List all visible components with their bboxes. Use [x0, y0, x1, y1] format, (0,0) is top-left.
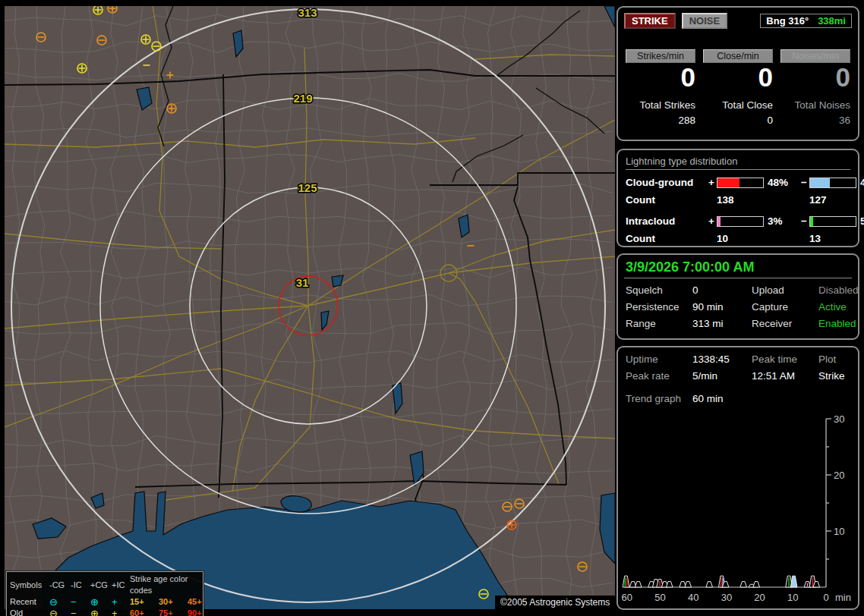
svg-text:20: 20 [754, 592, 765, 603]
cg-plus-old-icon: ⊕ [90, 608, 112, 616]
cg-positive-pct: 48% [764, 177, 797, 188]
app-window: { "toolbar": { "strike_label": "STRIKE",… [0, 0, 864, 616]
plot-value: Strike [818, 370, 850, 382]
ic-minus-recent-icon: − [71, 596, 90, 608]
legend-col-ic-pos: +IC [112, 580, 130, 591]
cg-positive-bar [717, 178, 764, 188]
svg-text:219: 219 [293, 92, 312, 105]
upload-value: Disabled [818, 284, 859, 296]
strikes-counter: Strikes/min 0 Total Strikes 288 [626, 49, 695, 126]
divider [624, 278, 852, 278]
trend-series [623, 576, 819, 587]
noises-per-min-button[interactable]: Noises/min [780, 49, 850, 63]
trend-tick-labels: 3020106050403020100min [622, 413, 851, 603]
age-badge: 60+ [130, 608, 159, 616]
count-label: Count [626, 233, 705, 244]
ic-plus-old-icon: + [112, 608, 130, 616]
peak-time-value: 12:51 AM [752, 370, 818, 382]
svg-text:125: 125 [298, 181, 317, 194]
total-noises-label: Total Noises [794, 99, 850, 111]
ic-positive-pct: 3% [764, 215, 797, 227]
map-legend: Symbols -CG -IC +CG +IC Strike age color… [6, 571, 203, 616]
legend-col-cg-pos: +CG [90, 580, 112, 591]
cg-minus-recent-icon: ⊖ [49, 596, 71, 608]
distribution-title: Lightning type distribution [626, 156, 850, 170]
intracloud-count-row: Count 10 13 [626, 233, 850, 244]
svg-text:40: 40 [688, 592, 698, 603]
plot-label: Plot [818, 354, 850, 365]
map-canvas[interactable]: 313 219 125 31 ©2005 Astrogenic Systems [5, 6, 615, 609]
total-close-label: Total Close [722, 99, 773, 111]
intracloud-row: Intracloud + 3% − 5% [626, 215, 850, 227]
legend-age-header: Strike age color codes [130, 574, 212, 596]
ic-plus-recent-icon: + [112, 596, 130, 608]
svg-text:10: 10 [834, 526, 844, 537]
svg-text:31: 31 [296, 276, 309, 289]
cg-negative-count: 127 [809, 194, 856, 206]
ic-minus-old-icon: − [71, 608, 90, 616]
ic-positive-count: 10 [717, 233, 797, 244]
receiver-label: Receiver [752, 318, 818, 329]
svg-text:10: 10 [787, 592, 798, 603]
strike-toggle-button[interactable]: STRIKE [624, 13, 676, 29]
trend-graph-label: Trend graph [626, 393, 692, 404]
strikes-per-min-button[interactable]: Strikes/min [626, 49, 695, 63]
bearing-value: Bng 316° [766, 15, 809, 27]
svg-text:20: 20 [834, 470, 844, 481]
total-noises-value: 36 [839, 115, 850, 126]
cg-negative-pct: 44% [856, 177, 864, 188]
svg-text:30: 30 [834, 413, 844, 425]
svg-text:min: min [835, 592, 851, 603]
lightning-map[interactable]: 313 219 125 31 ©2005 Astrogenic Systems … [5, 6, 615, 609]
trend-graph: 3020106050403020100min [620, 411, 856, 608]
receiver-value: Enabled [818, 318, 859, 329]
svg-text:50: 50 [654, 592, 665, 603]
intracloud-label: Intracloud [626, 215, 705, 227]
plus-sign: + [705, 177, 717, 188]
close-counter: Close/min 0 Total Close 0 [703, 49, 773, 126]
capture-value: Active [818, 301, 859, 313]
age-badge: 45+ [188, 596, 212, 608]
ic-negative-count: 13 [809, 233, 856, 244]
close-per-min-button[interactable]: Close/min [703, 49, 773, 63]
upload-label: Upload [752, 284, 818, 296]
cg-minus-old-icon: ⊖ [49, 608, 71, 616]
svg-text:©2005 Astrogenic Systems: ©2005 Astrogenic Systems [500, 597, 610, 608]
squelch-value: 0 [692, 284, 752, 296]
cg-positive-count: 138 [717, 194, 797, 206]
counters-panel: STRIKE NOISE Bng 316° 338mi Strikes/min … [616, 6, 859, 141]
noises-per-min-value: 0 [836, 64, 850, 90]
ic-negative-pct: 5% [856, 215, 864, 227]
trend-axes [624, 419, 831, 587]
map-copyright: ©2005 Astrogenic Systems [495, 596, 615, 609]
bearing-readout: Bng 316° 338mi [760, 14, 852, 28]
capture-label: Capture [752, 301, 818, 313]
cg-plus-recent-icon: ⊕ [90, 596, 112, 608]
persistence-label: Persistence [626, 301, 692, 313]
cloud-ground-row: Cloud-ground + 48% − 44% [626, 177, 850, 188]
total-close-value: 0 [767, 115, 773, 126]
cg-negative-bar [809, 178, 856, 188]
noises-counter: Noises/min 0 Total Noises 36 [780, 49, 850, 126]
minus-sign: − [797, 215, 809, 227]
age-badge: 75+ [159, 608, 188, 616]
legend-col-cg-neg: -CG [49, 580, 71, 591]
noise-toggle-button[interactable]: NOISE [682, 13, 727, 29]
total-strikes-value: 288 [678, 115, 695, 126]
ic-positive-bar [717, 216, 764, 227]
ic-negative-bar [809, 216, 856, 227]
age-badge: 30+ [159, 596, 188, 608]
status-panel: 3/9/2026 7:00:00 AM Squelch 0 Upload Dis… [616, 253, 859, 340]
svg-text:30: 30 [721, 592, 732, 603]
peak-rate-value: 5/min [692, 370, 752, 382]
close-per-min-value: 0 [758, 64, 773, 90]
legend-row-recent-label: Recent [10, 596, 49, 608]
strike-symbol-cg_plus [93, 6, 102, 14]
total-strikes-label: Total Strikes [639, 99, 695, 111]
age-badge: 90+ [188, 608, 212, 616]
cloud-ground-label: Cloud-ground [626, 177, 705, 188]
strikes-per-min-value: 0 [681, 64, 695, 90]
range-value: 313 mi [692, 318, 752, 329]
trend-panel: Uptime 1338:45 Peak time Plot Peak rate … [616, 346, 859, 610]
peak-rate-label: Peak rate [626, 370, 692, 382]
